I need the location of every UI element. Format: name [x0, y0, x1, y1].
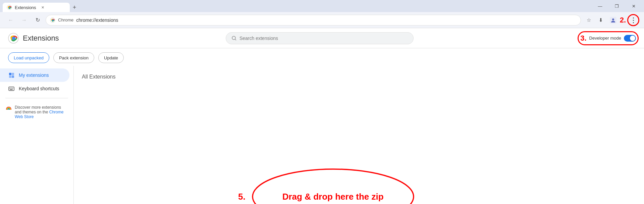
title-bar: Extensions ✕ + — ❐ ✕ [0, 0, 644, 12]
tab-strip: Extensions ✕ + [3, 0, 590, 12]
new-tab-button[interactable]: + [70, 3, 79, 12]
search-icon [231, 36, 237, 41]
toolbar: ← → ↻ Chrome chrome://extensions ☆ ⬇ 2. … [0, 12, 644, 28]
keyboard-icon [8, 85, 15, 92]
svg-rect-12 [9, 75, 11, 78]
drag-drop-zone[interactable]: Drag & drop here the zip [251, 166, 415, 204]
reload-button[interactable]: ↻ [32, 15, 43, 26]
toolbar-actions: ☆ ⬇ 2. ⋮ [584, 15, 639, 26]
back-button[interactable]: ← [5, 15, 16, 26]
svg-rect-10 [9, 73, 11, 75]
update-button[interactable]: Update [98, 52, 124, 63]
promo-text: Discover more extensions and themes on t… [15, 105, 68, 119]
developer-mode-area: 3. Developer mode [580, 34, 636, 43]
tab-title: Extensions [15, 5, 36, 10]
chrome-web-store-link[interactable]: ChromeWeb Store [15, 110, 63, 119]
address-prefix: Chrome [58, 17, 73, 22]
svg-rect-16 [10, 88, 11, 89]
download-icon[interactable]: ⬇ [596, 15, 606, 26]
developer-mode-label: Developer mode [589, 36, 621, 41]
sidebar-divider [5, 98, 68, 98]
address-text: chrome://extensions [76, 17, 118, 23]
profile-icon[interactable] [608, 15, 619, 26]
svg-point-5 [612, 18, 614, 20]
restore-button[interactable]: ❐ [609, 0, 625, 12]
menu-button[interactable]: ⋮ [628, 15, 639, 26]
forward-button[interactable]: → [19, 15, 30, 26]
my-extensions-label: My extensions [19, 72, 49, 78]
svg-rect-19 [10, 89, 13, 90]
page-title-area: Extensions [8, 33, 59, 44]
menu-icon: ⋮ [630, 16, 637, 24]
extensions-logo-icon [8, 33, 19, 44]
bookmark-icon[interactable]: ☆ [584, 15, 594, 26]
puzzle-icon [8, 72, 15, 79]
svg-rect-14 [9, 87, 14, 91]
actions-bar: Load unpacked Pack extension Update [0, 48, 644, 67]
page-title: Extensions [23, 34, 59, 43]
chrome-icon [50, 17, 55, 23]
sidebar-promo: Discover more extensions and themes on t… [0, 101, 73, 123]
sidebar-item-keyboard-shortcuts[interactable]: Keyboard shortcuts [0, 82, 69, 95]
svg-line-9 [235, 39, 236, 40]
load-unpacked-button[interactable]: Load unpacked [8, 52, 49, 63]
all-extensions-label: All Extensions [82, 74, 636, 80]
search-bar[interactable] [226, 32, 414, 44]
tab-close-button[interactable]: ✕ [40, 5, 46, 10]
step2-label: 2. [620, 16, 626, 24]
svg-rect-11 [12, 73, 14, 75]
developer-mode-toggle[interactable] [624, 35, 636, 42]
extensions-tab[interactable]: Extensions ✕ [3, 3, 70, 12]
step5-label: 5. [238, 192, 246, 202]
main-content: All Extensions 5. Drag & drop here the z… [74, 66, 644, 204]
svg-point-8 [232, 36, 235, 40]
drag-drop-annotation: 5. Drag & drop here the zip [238, 166, 415, 204]
drag-drop-text: Drag & drop here the zip [282, 192, 384, 202]
sidebar: My extensions Keyboard shortcuts [0, 66, 74, 204]
search-input[interactable] [239, 36, 408, 41]
promo-rainbow-icon [5, 105, 12, 113]
tab-favicon-icon [7, 5, 12, 10]
window-controls: — ❐ ✕ [592, 0, 641, 12]
svg-rect-17 [11, 88, 12, 89]
keyboard-shortcuts-label: Keyboard shortcuts [19, 86, 59, 91]
toggle-knob [630, 36, 635, 41]
pack-extension-button[interactable]: Pack extension [53, 52, 94, 63]
svg-rect-18 [12, 88, 13, 89]
minimize-button[interactable]: — [592, 0, 608, 12]
close-button[interactable]: ✕ [626, 0, 641, 12]
page-header: Extensions 3. Developer mode [0, 28, 644, 48]
sidebar-item-my-extensions[interactable]: My extensions [0, 68, 69, 82]
svg-rect-13 [12, 75, 14, 78]
svg-rect-15 [9, 88, 10, 89]
step3-label: 3. [580, 34, 586, 43]
address-bar[interactable]: Chrome chrome://extensions [46, 15, 581, 26]
